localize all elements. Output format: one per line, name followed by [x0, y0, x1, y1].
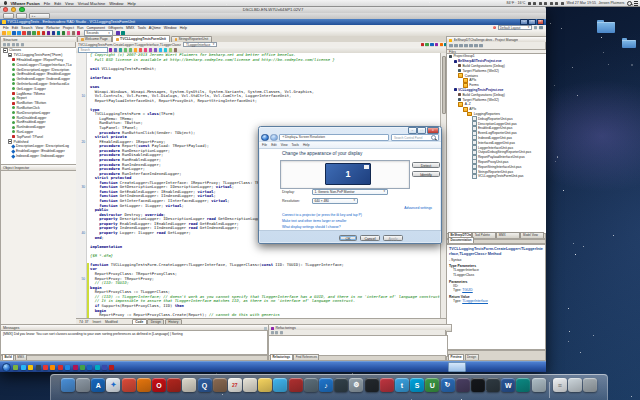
app-blue-1-taskbar-icon[interactable] — [65, 365, 70, 370]
next-change-icon[interactable] — [129, 48, 133, 52]
ide-menu-project[interactable]: Project — [63, 26, 74, 30]
new-icon[interactable] — [2, 31, 6, 35]
close-traffic-light[interactable] — [3, 7, 9, 13]
save-layout-icon[interactable] — [534, 26, 538, 30]
ide-menu-help[interactable]: Help — [180, 26, 187, 30]
dock-parallels-icon[interactable] — [380, 378, 394, 392]
make-text-larger-link[interactable]: Make text and other items larger or smal… — [282, 219, 346, 223]
bc-method-icon[interactable] — [425, 43, 429, 47]
dock-sketch-icon[interactable] — [182, 378, 196, 392]
dialog-menu-file[interactable]: File — [262, 143, 267, 147]
ide-menu-component[interactable]: Component — [87, 26, 106, 30]
dialog-maximize-button[interactable]: ▢ — [417, 127, 426, 134]
messages-tab-build[interactable]: Build — [2, 354, 14, 360]
dock-quicktime-icon[interactable]: Q — [198, 378, 212, 392]
bluetooth-icon[interactable] — [539, 2, 542, 5]
bc-filter-icon[interactable] — [440, 43, 444, 47]
minimize-traffic-light[interactable] — [11, 7, 17, 13]
tab-documentation[interactable]: Documentation — [448, 237, 474, 243]
doc-type-link[interactable]: TGUID — [462, 288, 473, 292]
bc-field-icon[interactable] — [430, 43, 434, 47]
spotlight-icon[interactable] — [627, 1, 632, 6]
new-form-icon[interactable] — [67, 31, 71, 35]
save-icon[interactable] — [12, 31, 16, 35]
ide-menu-file[interactable]: File — [3, 26, 9, 30]
dock-stickies-icon[interactable] — [258, 378, 272, 392]
detect-button[interactable]: Detect — [412, 162, 440, 169]
dialog-minimize-button[interactable]: – — [408, 127, 417, 134]
dock-contacts-icon[interactable] — [213, 378, 227, 392]
dock-launchpad-icon[interactable] — [76, 378, 90, 392]
rad-studio-taskbar-icon[interactable] — [109, 365, 114, 370]
ide-menu-aqtime[interactable]: AQtime — [149, 26, 161, 30]
new-item-icon[interactable] — [3, 43, 6, 46]
structure-item[interactable]: IndexedLogger: IIndexedLogger — [1, 154, 77, 159]
breadcrumb-path[interactable]: TVCLLoggingTestsForm.CreateLogger<TLogge… — [78, 43, 181, 47]
entity-class-icon[interactable] — [139, 48, 143, 52]
menubar-item-edit[interactable]: Edit — [54, 1, 61, 6]
refresh-icon[interactable] — [21, 43, 24, 46]
dock-firefox-icon[interactable] — [137, 378, 151, 392]
trace-into-icon[interactable] — [52, 31, 56, 35]
code-line[interactable]: ReportProxy := ReportProxyClass.Create(R… — [76, 313, 446, 318]
add-refactoring-icon[interactable] — [271, 331, 274, 334]
dialog-menu-view[interactable]: View — [281, 143, 288, 147]
delete-layout-ic[interactable] — [539, 26, 543, 30]
dialog-caption[interactable]: – ▢ ✕ — [259, 127, 441, 134]
notification-icon[interactable] — [561, 2, 564, 5]
display-combo[interactable]: 1. Generic Non-PnP Monitor▼ — [312, 189, 388, 195]
menubar-item-help[interactable]: Help — [127, 1, 135, 6]
dock-tab-3[interactable]: Model View — [520, 232, 544, 238]
entity-region-icon[interactable] — [174, 48, 178, 52]
entity-uses-icon[interactable] — [169, 48, 173, 52]
dock-shiira-icon[interactable] — [167, 378, 181, 392]
move-down-icon[interactable] — [16, 43, 19, 46]
cmd-taskbar-icon[interactable] — [36, 365, 41, 370]
notification-center-icon[interactable] — [634, 1, 638, 6]
dock-chrome-icon[interactable] — [122, 378, 136, 392]
explorer-taskbar-icon[interactable] — [28, 365, 33, 370]
dock-photo-booth-icon[interactable] — [532, 378, 546, 392]
ide-menu-run[interactable]: Run — [77, 26, 84, 30]
ide-menu-mmx[interactable]: MMX — [126, 26, 134, 30]
collapse-all-icon[interactable] — [479, 44, 483, 48]
zoom-traffic-light[interactable] — [19, 7, 25, 13]
build-icon[interactable] — [469, 44, 473, 48]
debug-layout-icon[interactable] — [493, 26, 496, 29]
dock-sync-icon[interactable]: ↻ — [441, 378, 455, 392]
sync-edit-icon[interactable] — [109, 48, 113, 52]
dock-safari-icon[interactable]: ✦ — [106, 378, 120, 392]
menubar-app-name[interactable]: VMware Fusion — [10, 1, 39, 6]
entity-event-icon[interactable] — [164, 48, 168, 52]
airport-wifi-icon[interactable] — [544, 2, 547, 5]
cancel-button[interactable]: Cancel — [360, 235, 380, 242]
apply-refactoring-icon[interactable] — [280, 331, 283, 334]
dock-skype-icon[interactable]: S — [410, 378, 424, 392]
forward-button[interactable]: › — [270, 134, 278, 142]
temperature-status[interactable]: 84°F · 16°C — [507, 1, 526, 5]
save-all-icon[interactable] — [17, 31, 21, 35]
dock-red-book-icon[interactable] — [289, 378, 303, 392]
entity-interface-icon[interactable] — [144, 48, 148, 52]
bc-sort-icon[interactable] — [435, 43, 439, 47]
ide-menu-edit[interactable]: Edit — [12, 26, 18, 30]
entity-property-icon[interactable] — [159, 48, 163, 52]
dialog-menu-edit[interactable]: Edit — [271, 143, 277, 147]
dock-app-store-icon[interactable]: A — [91, 378, 105, 392]
start-orb[interactable] — [2, 363, 11, 372]
dock-bbc-icon[interactable] — [486, 378, 500, 392]
prior-change-icon[interactable] — [124, 48, 128, 52]
dock-tab-1[interactable]: Tool Palette — [472, 232, 496, 238]
app-maroon-taskbar-icon[interactable] — [73, 365, 78, 370]
options-icon[interactable] — [474, 44, 478, 48]
units-icon[interactable] — [57, 31, 61, 35]
tab-design[interactable]: Design — [465, 354, 479, 360]
ide-menu-gexperts[interactable]: GExperts — [108, 26, 123, 30]
compile-icon[interactable] — [464, 44, 468, 48]
messages-body[interactable]: [MMX] Did you know: You can sort classes… — [0, 330, 268, 355]
dock-calendar-icon[interactable]: 27 — [228, 378, 242, 392]
pause-icon[interactable] — [37, 31, 41, 35]
control-panel-search-input[interactable]: Search Control Panel — [391, 134, 439, 141]
dock-word-icon[interactable]: W — [501, 378, 515, 392]
monitor-preview[interactable]: 1 — [325, 163, 371, 185]
